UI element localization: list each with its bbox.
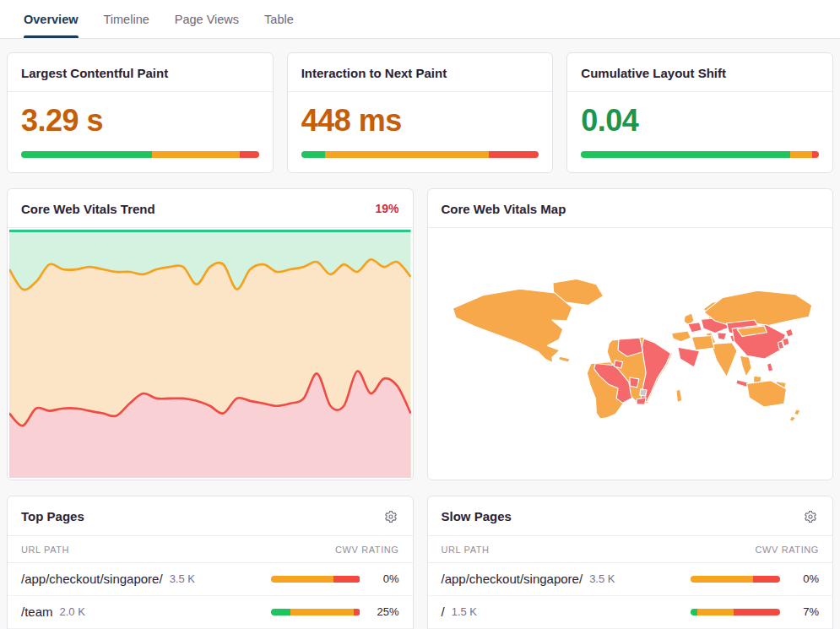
bar-segment-good	[691, 609, 697, 615]
bar-segment-meh	[271, 576, 333, 583]
trend-percentage-badge: 19%	[375, 202, 398, 215]
trend-card-header: Core Web Vitals Trend 19%	[8, 189, 413, 228]
region-west-africa[interactable]	[614, 360, 622, 367]
region-iran[interactable]	[691, 335, 714, 350]
web-vitals-dashboard: Overview Timeline Page Views Table Large…	[0, 0, 840, 629]
tab-timeline[interactable]: Timeline	[104, 0, 149, 38]
map-card-header: Core Web Vitals Map	[428, 189, 833, 228]
metric-card-inp: Interaction to Next Paint 448 ms	[287, 52, 554, 173]
region-zimbabwe[interactable]	[639, 388, 646, 395]
top-pages-settings-button[interactable]	[384, 509, 399, 524]
metric-card-inp-title: Interaction to Next Paint	[301, 66, 447, 80]
metric-card-lcp-body: 3.29 s	[8, 92, 273, 172]
table-row[interactable]: /app/checkout/singapore/ 3.5 K 0%	[428, 563, 833, 596]
cwv-rating-value: 0%	[367, 572, 399, 585]
region-india[interactable]	[711, 342, 737, 377]
bar-segment-poor	[333, 576, 360, 583]
bar-segment-poor	[489, 151, 539, 158]
region-madagascar[interactable]	[675, 388, 681, 402]
gear-icon	[384, 510, 398, 523]
metric-card-cls: Cumulative Layout Shift 0.04	[566, 52, 833, 173]
dashboard-content: Largest Contentful Paint 3.29 s Interact…	[0, 39, 840, 629]
tab-page-views[interactable]: Page Views	[175, 0, 239, 38]
slow-pages-card: Slow Pages URL PATH CWV RATING /app/chec…	[427, 496, 834, 629]
bar-segment-poor	[734, 609, 780, 615]
bar-segment-poor	[753, 576, 780, 583]
metric-card-lcp-title: Largest Contentful Paint	[21, 66, 168, 80]
region-france[interactable]	[687, 322, 702, 332]
world-map-canvas[interactable]	[428, 228, 833, 480]
cwv-rating-bar	[691, 609, 780, 615]
region-new-zealand-south[interactable]	[789, 416, 795, 421]
tab-overview-label: Overview	[24, 13, 79, 26]
region-japan-south[interactable]	[782, 338, 789, 346]
tables-row: Top Pages URL PATH CWV RATING /app/check…	[7, 496, 833, 629]
bar-segment-good	[271, 609, 290, 615]
tab-page-views-label: Page Views	[175, 13, 239, 26]
bar-segment-meh	[152, 151, 240, 158]
region-balkans[interactable]	[717, 332, 726, 339]
region-saudi-arabia[interactable]	[677, 347, 699, 367]
metric-card-lcp-header: Largest Contentful Paint	[8, 53, 273, 92]
url-path[interactable]: /	[442, 605, 445, 619]
table-row[interactable]: /team 2.0 K 25%	[8, 596, 413, 629]
trend-area-chart	[9, 230, 411, 478]
region-iberia[interactable]	[671, 330, 691, 341]
column-url-path: URL PATH	[442, 545, 490, 555]
region-japan-north[interactable]	[785, 328, 793, 337]
metric-card-lcp: Largest Contentful Paint 3.29 s	[7, 52, 274, 173]
top-pages-card: Top Pages URL PATH CWV RATING /app/check…	[7, 496, 414, 629]
slow-pages-settings-button[interactable]	[804, 509, 819, 524]
bar-segment-meh	[691, 576, 753, 583]
page-view-count: 1.5 K	[452, 605, 477, 618]
table-row[interactable]: /app/checkout/singapore/ 3.5 K 0%	[8, 563, 413, 596]
map-card-title: Core Web Vitals Map	[442, 202, 566, 216]
region-southeast-asia[interactable]	[740, 355, 751, 377]
region-philippines[interactable]	[767, 362, 772, 371]
region-north-america[interactable]	[453, 289, 572, 362]
region-caribbean[interactable]	[558, 356, 570, 362]
bar-segment-good	[301, 151, 325, 158]
tab-table-label: Table	[264, 13, 294, 26]
trend-chart-canvas[interactable]	[8, 228, 413, 480]
bar-segment-good	[21, 151, 152, 158]
cwv-rating-bar-lcp	[21, 151, 259, 158]
region-new-zealand-north[interactable]	[794, 409, 799, 415]
charts-row: Core Web Vitals Trend 19% Core Web Vital…	[7, 188, 833, 480]
page-view-count: 3.5 K	[589, 572, 615, 585]
tab-overview[interactable]: Overview	[24, 0, 79, 38]
region-south-africa[interactable]	[637, 398, 646, 404]
bar-segment-poor	[812, 151, 819, 158]
url-path[interactable]: /team	[21, 605, 53, 619]
url-path[interactable]: /app/checkout/singapore/	[21, 572, 163, 586]
cwv-rating-bar-cls	[581, 151, 819, 158]
region-russia[interactable]	[704, 290, 812, 325]
metric-card-cls-header: Cumulative Layout Shift	[567, 53, 832, 92]
gear-icon	[804, 510, 817, 523]
metric-card-inp-header: Interaction to Next Paint	[288, 53, 553, 92]
bar-segment-poor	[240, 151, 259, 158]
metric-card-cls-title: Cumulative Layout Shift	[581, 66, 726, 80]
bar-segment-good	[581, 151, 790, 158]
metric-value-inp: 448 ms	[301, 104, 539, 138]
bar-segment-meh	[325, 151, 489, 158]
cwv-rating-bar	[691, 576, 780, 583]
cwv-rating-bar	[271, 576, 360, 583]
column-cwv-rating: CWV RATING	[335, 545, 398, 555]
bar-segment-meh	[697, 609, 733, 615]
metric-card-inp-body: 448 ms	[288, 92, 553, 172]
cwv-rating-value: 0%	[787, 572, 819, 585]
table-row[interactable]: / 1.5 K 7%	[428, 596, 833, 629]
region-angola[interactable]	[629, 377, 638, 388]
tab-bar: Overview Timeline Page Views Table	[0, 0, 840, 39]
world-map	[436, 233, 825, 474]
map-card: Core Web Vitals Map	[427, 188, 834, 480]
cwv-rating-bar	[271, 609, 360, 615]
metric-cards-row: Largest Contentful Paint 3.29 s Interact…	[7, 52, 833, 173]
url-path[interactable]: /app/checkout/singapore/	[442, 572, 583, 586]
top-pages-title: Top Pages	[21, 509, 84, 523]
slow-pages-header: Slow Pages	[428, 496, 833, 536]
cwv-rating-bar-inp	[301, 151, 539, 158]
bar-segment-meh	[790, 151, 811, 158]
tab-table[interactable]: Table	[264, 0, 294, 38]
